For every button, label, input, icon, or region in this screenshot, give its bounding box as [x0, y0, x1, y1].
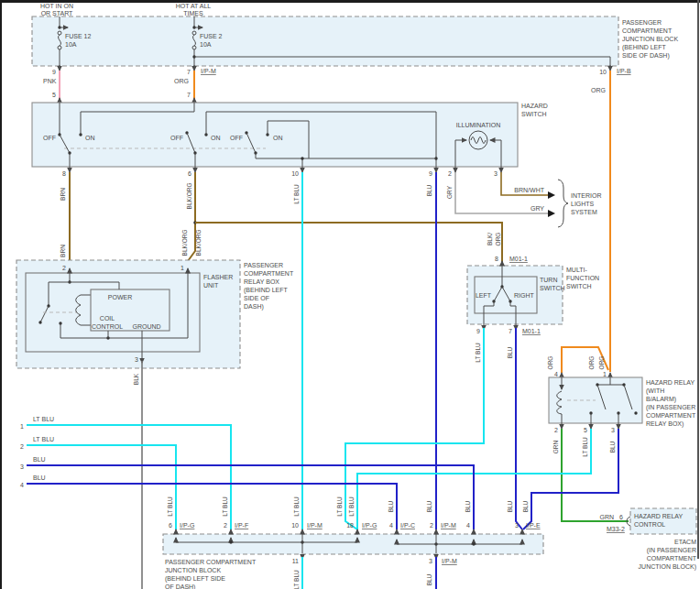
svg-text:CONTROL: CONTROL — [634, 521, 665, 528]
switch-position-off: OFF — [230, 135, 243, 141]
illumination-label: ILLUMINATION — [456, 122, 501, 128]
connector-label: M01-1 — [509, 256, 528, 262]
svg-text:FUNCTION: FUNCTION — [566, 275, 599, 281]
svg-text:6: 6 — [169, 522, 172, 529]
svg-text:3: 3 — [135, 356, 138, 363]
wire-color-grn: GRN — [552, 440, 559, 453]
connector-label: I/P-F — [235, 522, 248, 529]
left-position-label: LEFT — [476, 292, 492, 299]
svg-text:3: 3 — [515, 522, 519, 529]
svg-text:JUNCTION BLOCK): JUNCTION BLOCK) — [639, 563, 696, 571]
fuse-rating: 10A — [65, 41, 77, 48]
svg-text:ORG: ORG — [495, 233, 501, 246]
connector-label: I/P-M — [442, 558, 457, 564]
svg-text:LT BLU: LT BLU — [293, 496, 300, 517]
svg-text:COMPARTMENT: COMPARTMENT — [646, 412, 696, 419]
ground-terminal-label: GROUND — [132, 323, 160, 330]
circuit-number: 3 — [20, 464, 24, 470]
svg-text:RELAY BOX): RELAY BOX) — [646, 420, 684, 428]
pin-number: 9 — [52, 69, 56, 75]
connector-label: I/P-G — [180, 522, 194, 529]
svg-text:4: 4 — [554, 371, 558, 377]
pin-number: 7 — [187, 69, 191, 75]
wire-color-lt-blu: LT BLU — [33, 436, 54, 442]
wire-color-blu: BLU — [507, 346, 513, 358]
svg-text:LT BLU: LT BLU — [348, 496, 355, 517]
wire-color-lt-blu: LT BLU — [582, 437, 588, 457]
component-title: HAZARD RELAY — [634, 513, 683, 519]
junction-block-title: PASSENGER COMPARTMENT — [165, 559, 257, 565]
switch-position-off: OFF — [170, 135, 183, 141]
wire-color-blu: BLU — [609, 441, 616, 453]
svg-text:2: 2 — [224, 522, 227, 529]
wire-color-blk: BLK — [133, 373, 139, 385]
svg-text:2: 2 — [430, 522, 433, 529]
svg-text:3: 3 — [611, 427, 615, 433]
svg-text:LIGHTS: LIGHTS — [571, 201, 595, 207]
coil-control-label: COIL — [100, 315, 115, 322]
connector-label: I/P-M — [201, 68, 216, 74]
connector-label: I/P-M — [441, 522, 456, 529]
wiring-diagram-page: PASSENGER COMPARTMENT JUNCTION BLOCK (BE… — [0, 0, 700, 589]
svg-text:TIMES: TIMES — [183, 10, 203, 16]
switch-position-on: ON — [273, 135, 283, 141]
component-title: TURN — [540, 277, 557, 283]
wire-color-grn: GRN — [599, 514, 614, 520]
circuit-number: 2 — [20, 443, 24, 450]
svg-text:UNIT: UNIT — [203, 282, 219, 289]
svg-text:SWITCH: SWITCH — [540, 285, 565, 291]
svg-text:4: 4 — [466, 522, 470, 529]
svg-text:SWITCH: SWITCH — [521, 111, 547, 117]
svg-text:SWITCH: SWITCH — [566, 283, 592, 289]
svg-text:10: 10 — [291, 522, 299, 529]
wire-color-gry: GRY — [530, 205, 544, 212]
svg-text:LT BLU: LT BLU — [167, 496, 173, 517]
right-position-label: RIGHT — [514, 292, 535, 299]
svg-text:COMPARTMENT: COMPARTMENT — [622, 27, 673, 34]
svg-text:SYSTEM: SYSTEM — [571, 209, 597, 215]
svg-text:6: 6 — [619, 514, 623, 520]
svg-text:SIDE OF DASH): SIDE OF DASH) — [622, 52, 670, 60]
wire-color-blk-org: BLK/ORG — [195, 230, 202, 256]
svg-text:DASH): DASH) — [244, 303, 264, 311]
connector-label: M01-1 — [522, 328, 541, 334]
switch-position-on: ON — [85, 135, 95, 141]
connector-label: I/P-B — [617, 68, 631, 74]
wire-color-blu: BLU — [33, 456, 46, 463]
svg-text:10: 10 — [291, 170, 299, 177]
fuse-rating: 10A — [200, 41, 212, 48]
wire-color-lt-blu: LT BLU — [293, 570, 300, 589]
wire-color-lt-blu: LT BLU — [293, 184, 300, 204]
svg-text:(BEHIND LEFT: (BEHIND LEFT — [622, 44, 667, 51]
connector-label: I/P-C — [400, 522, 415, 529]
wire-color-blk-org: BLK/ORG — [186, 183, 192, 210]
svg-text:2: 2 — [554, 427, 558, 433]
wire-color-blk-org: BLK/ORG — [181, 230, 188, 256]
wire-color-org: ORG — [591, 87, 606, 93]
wire-color-gry: GRY — [446, 185, 453, 199]
svg-text:11: 11 — [292, 558, 299, 564]
svg-text:18: 18 — [346, 522, 354, 529]
svg-text:7: 7 — [509, 328, 512, 334]
hazard-switch: HAZARD SWITCH OFF ON OFF ON — [32, 103, 548, 177]
wire-color-lt-blu: LT BLU — [33, 416, 54, 422]
svg-text:8: 8 — [62, 170, 66, 177]
wire-color-brn: BRN — [60, 245, 66, 257]
svg-text:JUNCTION BLOCK: JUNCTION BLOCK — [165, 567, 221, 573]
svg-text:LT BLU: LT BLU — [222, 496, 228, 517]
fuse-label: FUSE 12 — [65, 33, 92, 39]
svg-text:3: 3 — [494, 170, 498, 177]
component-title: FLASHER — [203, 274, 233, 280]
svg-text:COMPARTMENT: COMPARTMENT — [647, 555, 697, 562]
pin-number: 7 — [187, 92, 191, 98]
connector-label: M33-2 — [607, 526, 625, 532]
svg-text:BLU: BLU — [465, 500, 471, 512]
module-label: ETACM — [674, 539, 696, 545]
svg-text:6: 6 — [188, 170, 191, 177]
connector-label: I/P-G — [362, 522, 377, 529]
svg-text:(WITH: (WITH — [646, 387, 664, 395]
svg-text:OR START: OR START — [41, 10, 73, 16]
component-title: MULTI- — [566, 267, 587, 273]
power-terminal-label: POWER — [108, 294, 132, 300]
svg-text:(IN PASSENGER: (IN PASSENGER — [646, 404, 695, 411]
